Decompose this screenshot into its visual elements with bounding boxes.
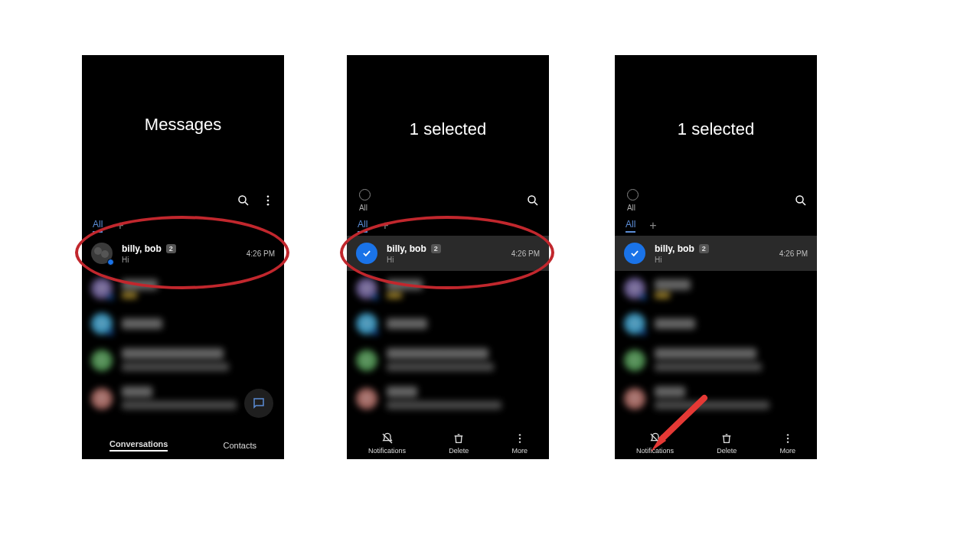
page-title: 1 selected xyxy=(347,119,549,139)
conversation-row[interactable]: R xxxxxxxxxxxxxxxxxxxxxxxxxxxxxxxxxxxx xyxy=(347,380,549,418)
more-icon[interactable] xyxy=(261,194,275,207)
conversation-list: billy, bob2 Hi 4:26 PM M xxxxxxx N xxxxx… xyxy=(347,236,549,429)
tab-conversations[interactable]: Conversations xyxy=(109,439,168,452)
more-action[interactable]: More xyxy=(779,432,795,455)
page-title: 1 selected xyxy=(615,119,817,139)
conversation-preview: Hi xyxy=(655,256,770,264)
svg-point-9 xyxy=(518,438,520,439)
conversation-row[interactable]: billy, bob2 Hi 4:26 PM xyxy=(82,236,284,271)
conversation-row[interactable]: billy, bob2 Hi 4:26 PM xyxy=(347,236,549,271)
page-title: Messages xyxy=(82,115,284,135)
avatar: M xyxy=(624,278,645,299)
conversation-name: billy, bob xyxy=(655,243,694,254)
avatar: R xyxy=(356,388,377,409)
avatar: C xyxy=(356,350,377,371)
svg-point-16 xyxy=(786,441,788,442)
svg-point-11 xyxy=(796,196,803,203)
bottom-tabs: Conversations Contacts xyxy=(82,433,284,458)
phone-screen-2: 1 selected All All + billy, bob2 Hi 4:26… xyxy=(347,55,549,459)
avatar: R xyxy=(624,388,645,409)
conversation-row[interactable]: R xxxxxxxxxxxxxxxxxxxxxxxxxxxxxxxxxxxx xyxy=(615,380,817,418)
conversation-row[interactable]: M xxxxxxx xyxy=(347,271,549,306)
svg-point-10 xyxy=(518,441,520,442)
selection-action-bar: Notifications Delete More xyxy=(615,428,817,459)
svg-point-8 xyxy=(518,434,520,435)
conversation-time: 4:26 PM xyxy=(779,249,808,258)
unread-badge: 2 xyxy=(431,244,441,253)
select-all-label: All xyxy=(627,204,635,212)
search-icon[interactable] xyxy=(526,194,540,207)
conversation-time: 4:26 PM xyxy=(247,249,275,258)
more-action[interactable]: More xyxy=(511,432,528,455)
conversation-preview: Hi xyxy=(387,256,502,264)
search-icon[interactable] xyxy=(237,194,250,207)
tab-all[interactable]: All xyxy=(93,219,103,233)
avatar: M xyxy=(91,278,113,299)
search-icon[interactable] xyxy=(794,194,808,207)
conversation-row[interactable]: M xxxxxxx xyxy=(82,271,284,306)
unread-badge: 2 xyxy=(166,244,176,253)
svg-point-2 xyxy=(267,195,270,197)
select-all-label: All xyxy=(359,204,368,212)
add-category-icon[interactable]: + xyxy=(116,222,123,230)
tab-all[interactable]: All xyxy=(626,219,635,233)
conversation-row[interactable]: C xxxxxxxxxxxxxxxxxxxxxxxxxxxxxxxxxxxxxx… xyxy=(82,341,284,380)
toolbar xyxy=(82,190,284,211)
conversation-preview: Hi xyxy=(122,256,237,264)
svg-point-0 xyxy=(239,196,246,203)
select-all-checkbox[interactable] xyxy=(359,189,371,201)
category-tabs: All + xyxy=(615,219,817,233)
checkmark-icon xyxy=(624,243,645,264)
conversation-row[interactable]: C xxxxxxxxxxxxxxxxxxxxxxxxxxxxxxxxxxxxxx… xyxy=(347,341,549,380)
category-tabs: All + xyxy=(347,219,549,233)
delete-action[interactable]: Delete xyxy=(717,432,737,455)
avatar: C xyxy=(624,350,645,371)
conversation-row[interactable]: N xxxxxxxx xyxy=(615,306,817,341)
unread-badge: 2 xyxy=(699,244,709,253)
select-all-checkbox[interactable] xyxy=(627,189,639,201)
conversation-name: billy, bob xyxy=(122,243,162,254)
conversation-row[interactable]: M xxxxxxx xyxy=(615,271,817,306)
svg-point-3 xyxy=(267,200,270,202)
svg-point-4 xyxy=(267,204,270,206)
category-tabs: All + xyxy=(82,219,284,233)
delete-action[interactable]: Delete xyxy=(449,432,469,455)
avatar: M xyxy=(356,278,377,299)
avatar: R xyxy=(91,388,113,409)
phone-screen-3: 1 selected All All + billy, bob2 Hi 4:26… xyxy=(615,55,817,459)
phone-screen-1: Messages All + billy, bob2 Hi 4:26 PM M … xyxy=(82,55,284,459)
conversation-row[interactable]: C xxxxxxxxxxxxxxxxxxxxxxxxxxxxxxxxxxxxxx… xyxy=(615,341,817,380)
tab-contacts[interactable]: Contacts xyxy=(224,441,256,450)
svg-point-5 xyxy=(528,196,535,203)
conversation-row[interactable]: billy, bob2 Hi 4:26 PM xyxy=(615,236,817,271)
add-category-icon[interactable]: + xyxy=(381,222,388,230)
selection-action-bar: Notifications Delete More xyxy=(347,428,549,459)
avatar: N xyxy=(624,313,645,334)
group-avatar-icon xyxy=(91,243,113,264)
notifications-action[interactable]: Notifications xyxy=(636,432,674,455)
compose-fab[interactable] xyxy=(244,389,273,418)
svg-point-14 xyxy=(786,434,788,435)
add-category-icon[interactable]: + xyxy=(649,222,656,230)
svg-point-15 xyxy=(786,438,788,439)
svg-line-12 xyxy=(802,202,805,205)
svg-line-6 xyxy=(534,202,537,205)
avatar: N xyxy=(356,313,377,334)
conversation-row[interactable]: N xxxxxxxx xyxy=(347,306,549,341)
tab-all[interactable]: All xyxy=(358,219,368,233)
toolbar: All xyxy=(615,190,817,211)
toolbar: All xyxy=(347,190,549,211)
svg-line-1 xyxy=(245,202,248,205)
avatar: N xyxy=(91,313,113,334)
checkmark-icon xyxy=(356,243,377,264)
conversation-list: billy, bob2 Hi 4:26 PM M xxxxxxx N xxxxx… xyxy=(615,236,817,429)
avatar: C xyxy=(91,350,113,371)
notifications-action[interactable]: Notifications xyxy=(368,432,406,455)
conversation-name: billy, bob xyxy=(387,243,426,254)
conversation-time: 4:26 PM xyxy=(511,249,540,258)
conversation-row[interactable]: N xxxxxxxx xyxy=(82,306,284,341)
